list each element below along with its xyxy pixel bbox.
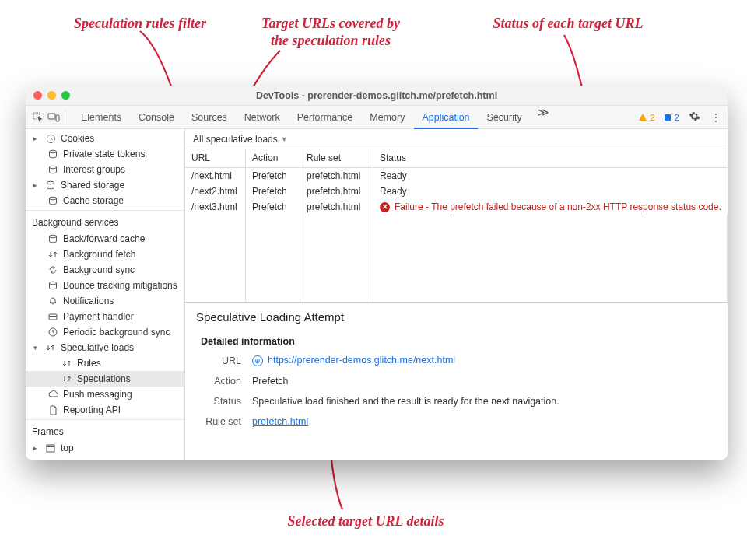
titlebar: DevTools - prerender-demos.glitch.me/pre…: [26, 86, 728, 106]
tab-security[interactable]: Security: [479, 106, 530, 129]
svg-rect-1: [48, 114, 55, 119]
warnings-badge[interactable]: 2: [638, 113, 654, 122]
frame-icon: [45, 443, 56, 453]
toolbar: Elements Console Sources Network Perform…: [26, 106, 728, 129]
bell-icon: [47, 296, 58, 306]
col-status[interactable]: Status: [374, 149, 728, 167]
table-row[interactable]: /next2.html Prefetch prefetch.html Ready: [185, 184, 728, 199]
col-action[interactable]: Action: [246, 149, 300, 167]
sidebar-heading-frames: Frames: [26, 422, 184, 440]
clock-icon: [47, 327, 58, 338]
detail-action-value: Prefetch: [252, 376, 289, 387]
sidebar-item-shared[interactable]: ▸Shared storage: [26, 177, 184, 193]
detail-pane: Speculative Loading Attempt Detailed inf…: [185, 303, 728, 444]
database-icon: [45, 180, 56, 191]
annotation: Speculation rules filter: [54, 16, 226, 33]
database-icon: [47, 149, 58, 159]
sidebar-item-bgsync[interactable]: Background sync: [26, 262, 184, 278]
svg-point-7: [47, 181, 54, 184]
detail-status-value: Speculative load finished and the result…: [252, 396, 559, 407]
tab-memory[interactable]: Memory: [362, 106, 412, 129]
globe-icon: ⊕: [252, 355, 263, 366]
detail-heading: Speculative Loading Attempt: [196, 310, 717, 324]
devtools-window: DevTools - prerender-demos.glitch.me/pre…: [26, 86, 728, 460]
more-tabs-icon[interactable]: ≫: [531, 106, 556, 129]
sidebar-item-bounce[interactable]: Bounce tracking mitigations: [26, 278, 184, 293]
database-icon: [47, 280, 58, 291]
status-error: Failure - The prefetch failed because of…: [395, 201, 721, 212]
col-ruleset[interactable]: Rule set: [300, 149, 374, 167]
col-url[interactable]: URL: [185, 149, 246, 167]
svg-rect-14: [47, 445, 54, 452]
svg-point-10: [50, 282, 57, 285]
tab-performance[interactable]: Performance: [289, 106, 361, 129]
tab-console[interactable]: Console: [131, 106, 182, 129]
issues-badge[interactable]: 2: [663, 113, 679, 122]
sidebar-item-reporting[interactable]: Reporting API: [26, 402, 184, 418]
sidebar-item-notif[interactable]: Notifications: [26, 293, 184, 309]
tab-elements[interactable]: Elements: [73, 106, 129, 129]
sidebar-heading-bg: Background services: [26, 212, 184, 231]
arrows-icon: [61, 358, 72, 369]
grid-header: URL Action Rule set Status: [185, 149, 728, 168]
database-icon: [47, 233, 58, 244]
table-row[interactable]: /next.html Prefetch prefetch.html Ready: [185, 168, 728, 184]
page-icon: [47, 404, 58, 415]
detail-url-link[interactable]: https://prerender-demos.glitch.me/next.h…: [268, 355, 455, 366]
sidebar-item-bfcache[interactable]: Back/forward cache: [26, 231, 184, 247]
database-icon: [47, 164, 58, 175]
sidebar-item-pst[interactable]: Private state tokens: [26, 146, 184, 162]
database-icon: [47, 195, 58, 206]
svg-point-6: [50, 166, 57, 169]
svg-rect-2: [56, 115, 59, 121]
detail-ruleset-label: Rule set: [201, 416, 241, 427]
sync-icon: [47, 264, 58, 275]
sidebar-item-payment[interactable]: Payment handler: [26, 309, 184, 324]
sidebar: ▸Cookies Private state tokens Interest g…: [26, 129, 185, 460]
main-panel: All speculative loads▼ URL Action Rule s…: [185, 129, 728, 460]
arrows-icon: [61, 373, 72, 384]
annotation: Selected target URL details: [257, 513, 475, 530]
detail-url-label: URL: [201, 355, 241, 366]
svg-point-8: [50, 197, 57, 200]
annotation: Target URLs covered bythe speculation ru…: [241, 16, 420, 49]
sidebar-item-cache[interactable]: Cache storage: [26, 193, 184, 208]
inspect-icon[interactable]: [30, 110, 46, 125]
sidebar-item-interest[interactable]: Interest groups: [26, 162, 184, 177]
settings-icon[interactable]: [687, 110, 701, 124]
tab-application[interactable]: Application: [414, 106, 477, 129]
sidebar-item-periodic[interactable]: Periodic background sync: [26, 324, 184, 340]
table-row[interactable]: /next3.html Prefetch prefetch.html ✕Fail…: [185, 199, 728, 215]
sidebar-item-cookies[interactable]: ▸Cookies: [26, 131, 184, 146]
window-title: DevTools - prerender-demos.glitch.me/pre…: [26, 90, 728, 101]
sidebar-item-speculations[interactable]: Speculations: [26, 371, 184, 387]
detail-ruleset-link[interactable]: prefetch.html: [252, 416, 308, 427]
clock-icon: [45, 133, 56, 144]
svg-rect-3: [665, 114, 671, 121]
device-toolbar-icon[interactable]: [46, 110, 61, 125]
sidebar-item-speculative[interactable]: ▾Speculative loads: [26, 340, 184, 355]
error-icon: ✕: [380, 202, 390, 212]
sidebar-item-rules[interactable]: Rules: [26, 355, 184, 371]
grid-body: /next.html Prefetch prefetch.html Ready …: [185, 168, 728, 302]
card-icon: [47, 311, 58, 322]
panel-tabs: Elements Console Sources Network Perform…: [73, 106, 556, 129]
annotation: Status of each target URL: [467, 16, 669, 33]
svg-rect-11: [49, 314, 57, 320]
tab-sources[interactable]: Sources: [184, 106, 235, 129]
detail-action-label: Action: [201, 376, 241, 387]
chevron-down-icon: ▼: [281, 135, 288, 143]
arrows-icon: [45, 342, 56, 353]
cloud-icon: [47, 389, 58, 400]
svg-point-5: [50, 150, 57, 153]
sidebar-item-top-frame[interactable]: ▸top: [26, 440, 184, 456]
sidebar-item-push[interactable]: Push messaging: [26, 387, 184, 402]
detail-subheading: Detailed information: [196, 333, 717, 350]
tab-network[interactable]: Network: [237, 106, 288, 129]
sidebar-item-bgfetch[interactable]: Background fetch: [26, 247, 184, 262]
speculation-filter[interactable]: All speculative loads▼: [185, 129, 728, 149]
svg-point-9: [50, 235, 57, 238]
arrows-icon: [47, 249, 58, 260]
detail-status-label: Status: [201, 396, 241, 407]
kebab-icon[interactable]: ⋮: [709, 112, 723, 123]
